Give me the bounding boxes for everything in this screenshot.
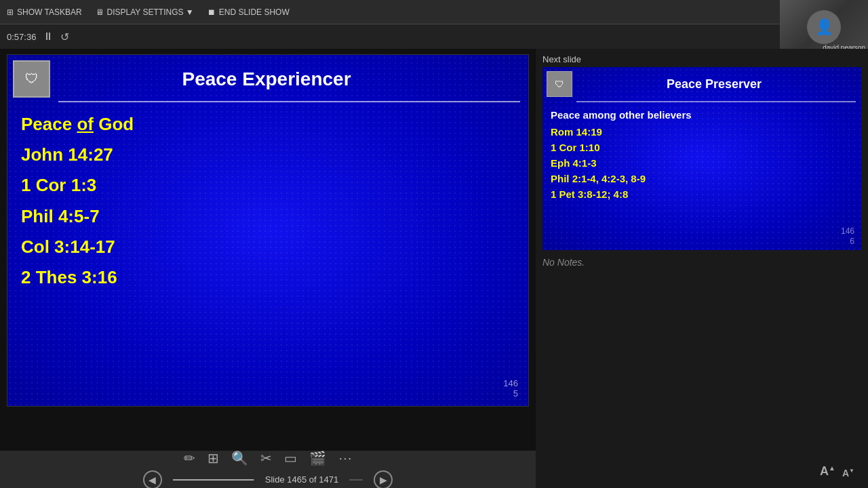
progress-bar-right bbox=[349, 479, 363, 481]
font-increase-button[interactable]: A▲ bbox=[820, 464, 835, 479]
slide-controls: ✏ ⊞ 🔍 ✂ ▭ 🎬 ⋯ ◀ Slide 1465 of 1471 ▶ bbox=[0, 451, 536, 488]
next-slide-header-text: Peace among other believers bbox=[551, 109, 853, 121]
next-logo-icon: 🛡 bbox=[555, 79, 564, 89]
next-slide-item-3: Phil 2:1-4, 4:2-3, 8-9 bbox=[551, 173, 853, 184]
next-slide-item-0: Rom 14:19 bbox=[551, 126, 853, 138]
display-settings-button[interactable]: 🖥 DISPLAY SETTINGS ▼ bbox=[96, 7, 194, 17]
screen-icon[interactable]: ▭ bbox=[284, 450, 297, 466]
notes-section: No Notes. bbox=[536, 250, 868, 488]
slide-item-5: 2 Thes 3:16 bbox=[21, 267, 515, 288]
next-slide-logo: 🛡 bbox=[547, 71, 572, 97]
current-slide: 🛡 Peace Experiencer Peace of God John 14… bbox=[7, 54, 529, 407]
next-slide-item-1: 1 Cor 1:10 bbox=[551, 142, 853, 153]
slide-item-1: John 14:27 bbox=[21, 144, 515, 165]
slide-area: 🛡 Peace Experiencer Peace of God John 14… bbox=[0, 49, 536, 488]
slide-item-underline-word: of bbox=[77, 114, 94, 134]
slide-container: 🛡 Peace Experiencer Peace of God John 14… bbox=[0, 49, 536, 451]
next-slide-header: 🛡 Peace Preserver bbox=[542, 67, 861, 100]
notes-text: No Notes. bbox=[542, 257, 861, 268]
taskbar-icon: ⊞ bbox=[7, 7, 14, 17]
next-slide-title: Peace Preserver bbox=[572, 77, 856, 92]
slide-item-text-prefix: Peace bbox=[21, 114, 77, 134]
font-controls: A▲ A▼ bbox=[813, 460, 861, 483]
search-icon[interactable]: 🔍 bbox=[231, 450, 248, 466]
display-icon: 🖥 bbox=[96, 7, 104, 17]
next-slide-label: Next slide bbox=[536, 49, 868, 67]
end-slideshow-button[interactable]: ⏹ END SLIDE SHOW bbox=[208, 7, 290, 17]
slide-header: 🛡 Peace Experiencer bbox=[7, 55, 528, 100]
timer-area: 0:57:36 ⏸ ↺ bbox=[7, 30, 69, 43]
top-status-bar: 0:57:36 ⏸ ↺ 10:27 AM bbox=[0, 24, 868, 49]
next-slide-button[interactable]: ▶ bbox=[374, 470, 393, 489]
slide-item-text-suffix: God bbox=[94, 114, 134, 134]
progress-fill bbox=[173, 479, 254, 481]
slide-item-3: Phil 4:5-7 bbox=[21, 206, 515, 227]
slide-content: Peace of God John 14:27 1 Cor 1:3 Phil 4… bbox=[7, 100, 528, 304]
grid-icon[interactable]: ⊞ bbox=[208, 450, 219, 466]
video-icon[interactable]: 🎬 bbox=[309, 450, 326, 466]
logo-icon: 🛡 bbox=[25, 71, 39, 87]
show-taskbar-button[interactable]: ⊞ SHOW TASKBAR bbox=[7, 7, 82, 17]
slide-indicator: Slide 1465 of 1471 bbox=[265, 474, 338, 485]
right-panel: Next slide 🛡 Peace Preserver Peace among… bbox=[536, 49, 868, 488]
next-slide-number: 146 6 bbox=[841, 226, 854, 246]
top-toolbar: ⊞ SHOW TASKBAR 🖥 DISPLAY SETTINGS ▼ ⏹ EN… bbox=[0, 0, 868, 24]
slide-number: 146 5 bbox=[503, 378, 518, 399]
progress-bar bbox=[173, 479, 254, 481]
stop-icon: ⏹ bbox=[208, 7, 216, 17]
pause-button[interactable]: ⏸ bbox=[43, 30, 54, 43]
next-slide-preview: 🛡 Peace Preserver Peace among other beli… bbox=[542, 67, 861, 250]
select-icon[interactable]: ✂ bbox=[260, 450, 272, 466]
slide-item-2: 1 Cor 1:3 bbox=[21, 175, 515, 196]
next-slide-item-4: 1 Pet 3:8-12; 4:8 bbox=[551, 188, 853, 200]
prev-slide-button[interactable]: ◀ bbox=[143, 470, 162, 489]
more-icon[interactable]: ⋯ bbox=[338, 450, 352, 466]
slide-title: Peace Experiencer bbox=[50, 68, 520, 90]
slide-item-0: Peace of God bbox=[21, 114, 515, 135]
slide-logo: 🛡 bbox=[13, 60, 50, 98]
timer-display: 0:57:36 bbox=[7, 32, 36, 42]
camera-feed: 👤 david pearson bbox=[780, 0, 868, 54]
slide-item-4: Col 3:14-17 bbox=[21, 237, 515, 258]
pen-icon[interactable]: ✏ bbox=[184, 450, 195, 466]
control-icons: ✏ ⊞ 🔍 ✂ ▭ 🎬 ⋯ bbox=[184, 450, 352, 466]
font-decrease-button[interactable]: A▼ bbox=[842, 468, 854, 479]
next-slide-item-2: Eph 4:1-3 bbox=[551, 157, 853, 169]
reset-button[interactable]: ↺ bbox=[60, 30, 69, 43]
main-area: 🛡 Peace Experiencer Peace of God John 14… bbox=[0, 49, 868, 488]
next-slide-content: Peace among other believers Rom 14:19 1 … bbox=[542, 100, 861, 211]
nav-controls: ◀ Slide 1465 of 1471 ▶ bbox=[143, 470, 393, 489]
